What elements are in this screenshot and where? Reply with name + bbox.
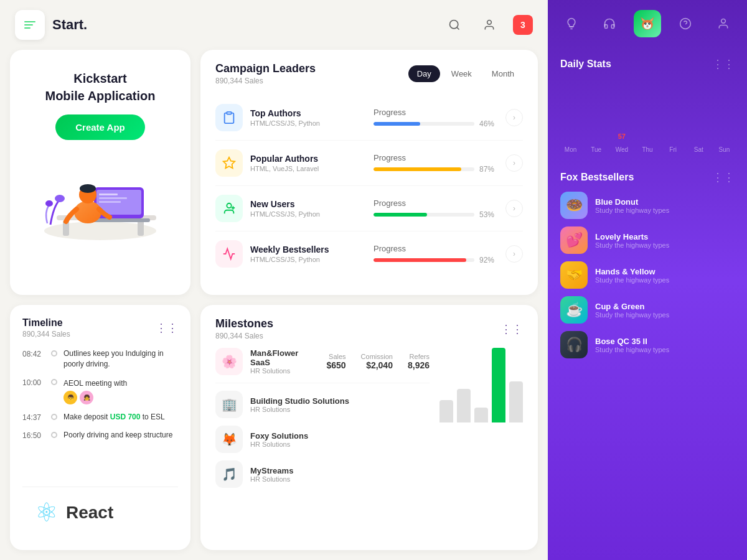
svg-point-40 bbox=[721, 19, 725, 24]
chart-bar-mon: Mon bbox=[560, 144, 581, 153]
milestones-card: Milestones 890,344 Sales ⋮⋮ 🌸 Man&Flower… bbox=[200, 305, 538, 550]
svg-rect-20 bbox=[227, 112, 231, 114]
ms-name: Man&Flower SaaS bbox=[250, 348, 319, 367]
progress-fill bbox=[374, 167, 461, 171]
daily-stats-chart: Mon Tue 57 Wed Thu Fri bbox=[560, 81, 735, 156]
chart-bar bbox=[457, 389, 471, 422]
daily-stats-title: Daily Stats bbox=[560, 58, 611, 70]
create-app-button[interactable]: Create App bbox=[55, 114, 144, 140]
list-item: 🏢 Building Studio Solutions HR Solutions bbox=[215, 391, 430, 418]
notification-badge[interactable]: 3 bbox=[513, 15, 533, 35]
ds-label: Tue bbox=[591, 146, 601, 153]
ms-name: Foxy Solutions bbox=[250, 431, 430, 441]
content-grid: Kickstart Mobile Application Create App bbox=[0, 50, 548, 560]
period-tabs: Day Week Month bbox=[408, 65, 523, 82]
ms-stats: Sales $650 Comission $2,040 Refers 8,926 bbox=[326, 353, 430, 370]
fox-bestsellers-list: 🍩 Blue Donut Study the highway types 💕 L… bbox=[560, 192, 735, 358]
milestones-list: 🌸 Man&Flower SaaS HR Solutions Sales $65… bbox=[215, 348, 430, 488]
fb-info: Lovely Hearts Study the highway types bbox=[595, 232, 735, 249]
search-icon[interactable] bbox=[443, 14, 466, 36]
milestones-menu-icon[interactable]: ⋮⋮ bbox=[500, 322, 523, 336]
fb-thumb-lovely-hearts: 💕 bbox=[560, 226, 588, 254]
row-info: New Users HTML/CSS/JS, Python bbox=[250, 199, 366, 218]
chart-bar bbox=[509, 381, 523, 422]
period-tab-month[interactable]: Month bbox=[483, 65, 523, 82]
ms-sub: HR Solutions bbox=[250, 367, 319, 375]
row-icon-popular-authors bbox=[215, 149, 243, 177]
progress-fill bbox=[374, 258, 466, 262]
progress-label: Progress bbox=[374, 244, 498, 253]
progress-bar-wrap: 92% bbox=[374, 256, 498, 264]
panel-icon-fox-active[interactable] bbox=[634, 10, 661, 37]
row-name: New Users bbox=[250, 199, 366, 209]
chevron-right-icon[interactable]: › bbox=[505, 154, 523, 172]
period-tab-week[interactable]: Week bbox=[443, 65, 481, 82]
timeline-dot bbox=[51, 432, 57, 438]
fb-sub: Study the highway types bbox=[595, 311, 735, 319]
row-info: Weekly Bestsellers HTML/CSS/JS, Python bbox=[250, 245, 366, 263]
timeline-time: 10:00 bbox=[22, 378, 45, 387]
svg-point-4 bbox=[487, 21, 492, 25]
svg-point-3 bbox=[450, 21, 458, 29]
panel-icon-user[interactable] bbox=[710, 10, 737, 37]
chart-bar bbox=[474, 408, 488, 422]
fb-info: Cup & Green Study the highway types bbox=[595, 302, 735, 319]
timeline-time: 14:37 bbox=[22, 413, 45, 422]
timeline-avatars: 👦 👧 bbox=[63, 391, 127, 404]
timeline-time: 16:50 bbox=[22, 431, 45, 440]
chart-bar-wed: 57 Wed bbox=[611, 144, 632, 153]
avatar: 👦 bbox=[63, 391, 77, 404]
row-tags: HTML, VueJS, Laravel bbox=[250, 165, 366, 172]
list-item: 10:00 AEOL meeting with 👦 👧 bbox=[22, 377, 178, 405]
chart-bar-thu: Thu bbox=[637, 144, 657, 153]
fb-thumb-bose: 🎧 bbox=[560, 331, 588, 358]
chevron-right-icon[interactable]: › bbox=[505, 109, 523, 126]
svg-rect-2 bbox=[24, 27, 31, 29]
ms-stat-commission: Comission $2,040 bbox=[361, 353, 393, 370]
row-tags: HTML/CSS/JS, Python bbox=[250, 119, 366, 127]
milestones-chart bbox=[439, 348, 523, 422]
timeline-menu-icon[interactable]: ⋮⋮ bbox=[156, 321, 178, 335]
svg-rect-1 bbox=[24, 24, 33, 26]
timeline-dot bbox=[51, 414, 57, 420]
progress-label: Progress bbox=[374, 153, 498, 162]
campaign-subtitle: 890,344 Sales bbox=[215, 77, 316, 85]
progress-section: Progress 53% bbox=[374, 198, 498, 219]
ms-stat-refers: Refers 8,926 bbox=[408, 353, 430, 370]
timeline-dot bbox=[51, 350, 57, 357]
svg-marker-21 bbox=[223, 157, 235, 168]
right-panel: Daily Stats ⋮⋮ Mon Tue 57 Wed bbox=[548, 0, 747, 560]
period-tab-day[interactable]: Day bbox=[408, 65, 440, 82]
fb-thumb-cup-green: ☕ bbox=[560, 296, 588, 324]
user-icon[interactable] bbox=[478, 14, 500, 36]
ms-icon: 🎵 bbox=[215, 460, 243, 488]
daily-stats-section: Daily Stats ⋮⋮ Mon Tue 57 Wed bbox=[548, 47, 747, 166]
timeline-text: Outlines keep you Indulging in poorly dr… bbox=[63, 348, 178, 370]
campaign-rows: Top Authors HTML/CSS/JS, Python Progress… bbox=[215, 95, 523, 276]
progress-bar-wrap: 53% bbox=[374, 210, 498, 219]
panel-icon-headphones[interactable] bbox=[596, 10, 623, 37]
progress-section: Progress 46% bbox=[374, 108, 498, 128]
ms-icon: 🌸 bbox=[215, 348, 243, 375]
progress-fill bbox=[374, 213, 427, 217]
fb-name: Bose QC 35 II bbox=[595, 337, 735, 346]
panel-icon-question[interactable] bbox=[672, 10, 699, 37]
progress-section: Progress 87% bbox=[374, 153, 498, 174]
list-item: 08:42 Outlines keep you Indulging in poo… bbox=[22, 348, 178, 370]
fb-name: Blue Donut bbox=[595, 197, 735, 207]
fox-bestsellers-menu-icon[interactable]: ⋮⋮ bbox=[712, 170, 735, 184]
ms-info: Foxy Solutions HR Solutions bbox=[250, 431, 430, 448]
panel-icon-lightbulb[interactable] bbox=[558, 10, 585, 37]
logo-box bbox=[15, 10, 45, 40]
chevron-right-icon[interactable]: › bbox=[505, 245, 523, 263]
ms-info: Man&Flower SaaS HR Solutions bbox=[250, 348, 319, 375]
list-item: 🍩 Blue Donut Study the highway types bbox=[560, 192, 735, 219]
milestones-content: 🌸 Man&Flower SaaS HR Solutions Sales $65… bbox=[215, 348, 523, 488]
timeline-text: Poorly driving and keep structure bbox=[63, 430, 172, 441]
svg-point-22 bbox=[227, 203, 231, 208]
fb-name: Lovely Hearts bbox=[595, 232, 735, 241]
progress-bar bbox=[374, 258, 474, 262]
daily-stats-menu-icon[interactable]: ⋮⋮ bbox=[712, 57, 735, 71]
chevron-right-icon[interactable]: › bbox=[505, 200, 523, 217]
svg-point-15 bbox=[74, 201, 101, 223]
